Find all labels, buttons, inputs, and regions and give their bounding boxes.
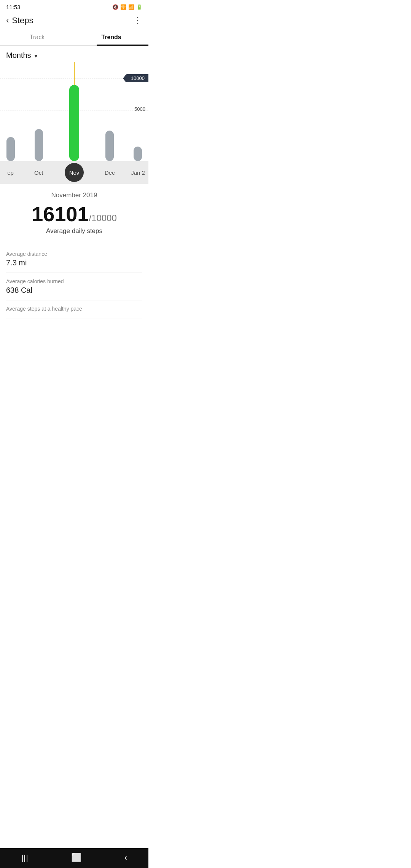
stat-calories-label: Average calories burned — [6, 278, 142, 284]
bar-nov — [56, 81, 92, 161]
tab-track[interactable]: Track — [0, 29, 74, 45]
steps-goal: /10000 — [89, 213, 116, 223]
bar-oct — [21, 81, 56, 161]
period-label: Months — [6, 51, 31, 60]
tabs: Track Trends — [0, 29, 148, 46]
page-title: Steps — [12, 16, 33, 26]
chart-container: 10000 5000 — [0, 62, 148, 161]
battery-icon: 🔋 — [136, 4, 142, 10]
bar-jan — [127, 81, 148, 161]
bars-wrapper — [0, 81, 148, 161]
bar-oct-rect — [35, 129, 43, 161]
status-bar: 11:53 🔇 🛜 📶 🔋 — [0, 0, 148, 13]
month-label-oct[interactable]: Oct — [21, 163, 56, 182]
steps-label: Average daily steps — [6, 227, 142, 235]
stat-calories-value: 638 Cal — [6, 286, 142, 295]
header: ‹ Steps ⋮ — [0, 13, 148, 29]
back-button[interactable]: ‹ — [6, 16, 9, 25]
month-label-jan[interactable]: Jan 2 — [127, 163, 148, 182]
month-label-nov[interactable]: Nov — [56, 163, 92, 182]
stats-section: November 2019 16101/10000 Average daily … — [0, 184, 148, 319]
steps-count: 16101 — [32, 203, 89, 225]
steps-display: 16101/10000 — [6, 202, 142, 226]
period-selector[interactable]: Months ▼ — [0, 46, 148, 62]
bar-nov-rect — [69, 85, 79, 161]
bar-dec — [92, 81, 127, 161]
stat-healthy-pace-label: Average steps at a healthy pace — [6, 306, 142, 312]
stat-distance-value: 7.3 mi — [6, 258, 142, 267]
mute-icon: 🔇 — [112, 4, 118, 10]
selected-period: November 2019 — [6, 191, 142, 199]
period-dropdown-icon: ▼ — [33, 53, 39, 59]
more-button[interactable]: ⋮ — [134, 16, 142, 26]
selected-month-bubble: Nov — [65, 163, 84, 182]
stat-distance-label: Average distance — [6, 251, 142, 257]
header-left: ‹ Steps — [6, 16, 33, 26]
stat-calories: Average calories burned 638 Cal — [6, 273, 142, 300]
signal-icon: 📶 — [128, 4, 134, 10]
bar-sep — [0, 81, 21, 161]
stat-distance: Average distance 7.3 mi — [6, 246, 142, 273]
stat-healthy-pace: Average steps at a healthy pace — [6, 300, 142, 319]
tab-trends[interactable]: Trends — [74, 29, 148, 45]
status-time: 11:53 — [6, 4, 21, 10]
month-labels: ep Oct Nov Dec Jan 2 — [0, 161, 148, 184]
wifi-icon: 🛜 — [120, 4, 126, 10]
month-label-sep[interactable]: ep — [0, 163, 21, 182]
bar-sep-rect — [6, 137, 15, 161]
status-icons: 🔇 🛜 📶 🔋 — [112, 4, 142, 10]
month-label-dec[interactable]: Dec — [92, 163, 127, 182]
bar-jan-rect — [134, 147, 142, 161]
bar-dec-rect — [105, 131, 114, 161]
